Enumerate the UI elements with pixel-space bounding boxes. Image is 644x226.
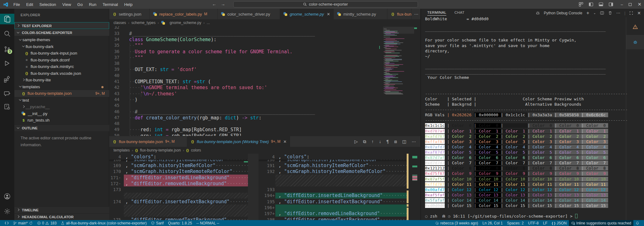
prev-change-icon[interactable]: ↑ [371,139,374,144]
menu-edit[interactable]: Edit [23,1,36,8]
status-spaces-2[interactable]: Spaces: 2 [505,220,526,226]
terminal-dropdown-icon[interactable]: ⌄ [593,11,596,15]
diff-editor[interactable]: 168, "scmGraph.historyItemBaseRefColor"·… [109,154,420,220]
section-timeline[interactable]: TIMELINE [14,206,109,213]
tab-flux-bunny-template.json[interactable]: {}flux-bunny-template.json [387,9,412,19]
split-terminal-icon[interactable] [600,11,604,15]
toggle-sidebar-icon[interactable] [589,2,593,7]
status-all-flux-bunny-dark-linux-color-scheme-exporter[interactable]: all-flux-bunny-dark-linux (color-scheme-… [59,220,149,226]
menu-file[interactable]: File [11,1,23,8]
breadcrumb-item[interactable]: ... [207,21,210,25]
tree-item-__init__.py[interactable]: __init__.py [14,110,109,117]
terminal-more-icon[interactable]: ⋯ [616,11,620,15]
window-close-button[interactable]: ✕ [637,2,642,7]
tab-replace_color_labels.py[interactable]: replace_color_labels.pyM [150,9,218,19]
toggle-panel-icon[interactable] [599,2,603,7]
activity-search[interactable] [0,28,14,39]
breadcrumb-item[interactable]: gnome_scheme.py [170,21,201,25]
menu-selection[interactable]: Selection [36,1,59,8]
tab-close-icon[interactable]: ✕ [327,12,330,17]
tree-item-test[interactable]: test [14,97,109,104]
close-panel-icon[interactable]: ✕ [637,11,641,16]
more-actions-icon[interactable]: ⋯ [412,139,416,144]
status-sarif[interactable]: Sarif [149,220,166,226]
activity-chat[interactable] [0,89,14,99]
breadcrumb-item[interactable]: colors [191,148,201,152]
tab-gnome_scheme.py[interactable]: gnome_scheme.py✕ [280,9,334,19]
tree-item-flux-bunny-dark.minttyrc[interactable]: ≡flux-bunny-dark.minttyrc [14,63,109,70]
command-center-search[interactable]: color-scheme-exporter [233,1,418,7]
window-minimize-button[interactable]: – [621,2,623,7]
status-normal[interactable]: -- NORMAL -- [194,220,222,226]
minimap[interactable] [383,27,410,136]
tree-item-flux-bunny-dark-input.json[interactable]: {}flux-bunny-dark-input.json [14,50,109,57]
breadcrumb-item[interactable]: scheme_types [131,21,155,25]
breadcrumb-item[interactable]: templates [114,148,130,152]
status-ln-26-col-1[interactable]: Ln 26, Col 1 [480,220,505,226]
status-inline-suggestions-quota-reached[interactable]: Inline suggestions quota reached [569,220,633,226]
tree-item-flux-bunny-dark.dconf[interactable]: ≡flux-bunny-dark.dconf [14,57,109,64]
section-test-explorer[interactable]: TEST EXPLORER [14,22,109,29]
breadcrumb-item[interactable]: classes [114,21,126,25]
terminal-output[interactable]: BoldWhite = #d0d0d0 ____________________… [425,17,626,219]
status-remote[interactable] [2,220,11,226]
tab-settings.json[interactable]: {}settings.json [109,9,150,19]
nav-back-icon[interactable]: ← [212,2,216,7]
section-color-scheme-exporter[interactable]: COLOR-SCHEME-EXPORTER [14,29,109,36]
status-rebecca-3-weeks-ago[interactable]: rebecca (3 weeks ago) [433,220,480,226]
terminal-profile-label[interactable]: Python Debug Console [544,11,582,15]
code-editor[interactable]: 3233#___________________________________… [109,26,420,136]
diff-left-scrollbar[interactable] [248,154,259,220]
menu-go[interactable]: Go [75,1,85,8]
tab-color_scheme_driver.py[interactable]: color_scheme_driver.py [218,9,280,19]
kill-terminal-icon[interactable] [608,11,612,15]
diff-breadcrumb[interactable]: templates›{}flux-bunny-template.json›{}c… [109,147,420,154]
activity-source-control[interactable] [0,44,14,55]
next-change-icon[interactable]: ↓ [379,139,381,144]
minimap-slider[interactable] [383,27,414,34]
menu-terminal[interactable]: Terminal [100,1,121,8]
menu-help[interactable]: Help [121,1,135,8]
menu-view[interactable]: View [60,1,74,8]
activity-account[interactable] [0,191,14,202]
whitespace-icon[interactable]: ¶ [386,139,389,144]
tab-terminal[interactable]: TERMINAL [427,11,446,16]
tree-item-flux-bunny-lite[interactable]: flux-bunny-lite [14,77,109,84]
open-file-icon[interactable]: ⧈ [394,139,397,144]
tree-item-templates[interactable]: templates [14,84,109,90]
toggle-aux-bar-icon[interactable] [609,2,613,7]
tree-item-flux-bunny-dark.vscode.json[interactable]: {}flux-bunny-dark.vscode.json [14,70,109,77]
new-terminal-icon[interactable]: + [586,10,589,16]
menu-run[interactable]: Run [86,1,99,8]
terminal-tab-python-debug[interactable] [626,35,644,49]
status-0[interactable]: 0183 [35,220,59,226]
tree-item-flux-bunny-template.json[interactable]: {}flux-bunny-template.json9+, M [14,90,109,97]
activity-extensions[interactable] [0,74,14,84]
editor-breadcrumb[interactable]: classes›scheme_types›gnome_scheme.py›... [109,19,420,26]
tab-chat[interactable]: CHAT [454,11,464,15]
section-hexadecimal-calculator[interactable]: HEXADECIMAL CALCULATOR [14,213,109,220]
customize-layout-icon[interactable] [579,2,583,7]
activity-explorer[interactable] [0,14,14,24]
status-lf[interactable]: LF [541,220,550,226]
tab-overflow-icon[interactable]: ⋯ [412,12,421,17]
status-json[interactable]: { }JSON [550,220,569,226]
tab-close-icon[interactable]: ✕ [283,139,287,144]
breadcrumb-item[interactable]: flux-bunny-template.json [140,148,181,152]
tree-item-sample-themes[interactable]: sample-themes [14,36,109,43]
window-maximize-button[interactable] [628,3,632,6]
split-editor-icon[interactable]: ◫ [402,139,406,144]
status-main[interactable]: main* [11,220,35,226]
maximize-panel-icon[interactable] [629,11,633,15]
terminal-tab-zsh[interactable] [626,20,644,34]
tree-item-flux-bunny-dark[interactable]: flux-bunny-dark [14,43,109,50]
open-changes-icon[interactable]: ⧉ [363,139,366,144]
activity-remote-tools[interactable] [0,102,14,112]
tab-mintty_scheme.py[interactable]: mintty_scheme.py [334,9,387,19]
status-bell[interactable] [633,220,642,226]
activity-run-debug[interactable] [0,58,14,69]
diff-tab[interactable]: {}flux-bunny-template.json9+, M [109,136,187,147]
status-quarto-1-8-25[interactable]: Quarto: 1.8.25 [166,220,194,226]
tree-item-__pycache__[interactable]: __pycache__ [14,103,109,110]
run-icon[interactable]: ▷ [355,139,358,144]
